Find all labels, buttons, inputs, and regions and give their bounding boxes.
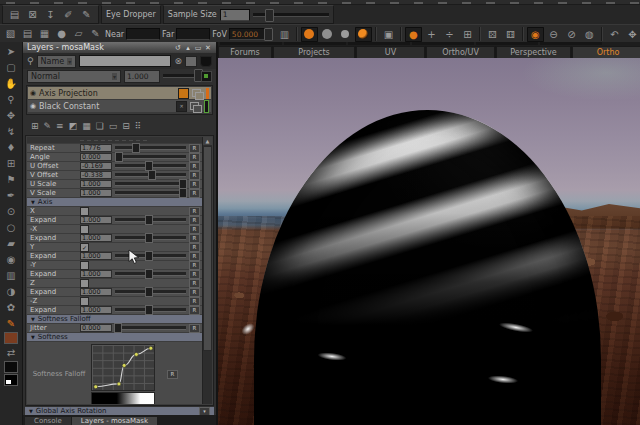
hide-unselected-icon[interactable]: ⊖ xyxy=(545,27,562,42)
panel-tab-layers-mosamask[interactable]: Layers - mosaMask xyxy=(72,417,157,425)
viewport-tab-ortho[interactable]: Ortho xyxy=(572,46,640,58)
slider-knob[interactable] xyxy=(145,287,153,297)
viewport-tab-perspective[interactable]: Perspective xyxy=(496,46,571,58)
property-slider[interactable] xyxy=(115,326,186,330)
clear-search-icon[interactable]: ⊗ xyxy=(174,56,182,66)
reset-button[interactable]: R xyxy=(189,243,200,252)
property-value-field[interactable]: 1.000 xyxy=(80,180,112,188)
axis-section-header[interactable]: ▼ Axis xyxy=(27,198,202,206)
slider-knob[interactable] xyxy=(145,305,153,315)
reset-button[interactable]: R xyxy=(189,207,200,216)
panel-float-icon[interactable]: ▭ xyxy=(194,44,202,52)
axis-checkbox[interactable] xyxy=(80,207,89,216)
reset-button[interactable]: R xyxy=(189,234,200,243)
property-value-field[interactable]: 1.000 xyxy=(80,252,112,260)
reset-button[interactable]: R xyxy=(189,252,200,261)
reset-button[interactable]: R xyxy=(189,216,200,225)
mirror-xy-icon[interactable]: ⊞ xyxy=(459,27,476,42)
hide-all-icon[interactable]: ⊘ xyxy=(563,27,580,42)
slider-knob[interactable] xyxy=(148,170,156,180)
brush-cursor-icon[interactable]: ✎ xyxy=(88,27,103,41)
layer-visibility-icon[interactable]: ◉ xyxy=(30,102,36,110)
sphere-visibility-icon[interactable]: ◍ xyxy=(581,27,598,42)
fg-bg-swatch[interactable] xyxy=(4,374,18,386)
axis-checkbox[interactable]: ✓ xyxy=(80,243,89,252)
viewport-tab-ortho-uv[interactable]: Ortho/UV xyxy=(426,46,495,58)
slider-knob[interactable] xyxy=(114,323,122,333)
panel-close-icon[interactable]: ✕ xyxy=(204,44,212,52)
layer-opacity-field[interactable]: 1.000 xyxy=(124,70,160,83)
scatter-icon[interactable]: ⚄ xyxy=(484,27,501,42)
property-slider[interactable] xyxy=(115,254,186,258)
fov-knob[interactable] xyxy=(264,28,273,41)
lit-shading-button[interactable] xyxy=(355,27,372,42)
reset-button[interactable]: R xyxy=(189,279,200,288)
viewport-tab-forums[interactable]: Forums xyxy=(218,46,272,58)
softness-section-header[interactable]: ▼ Softness xyxy=(27,333,202,341)
flat-shading-button[interactable] xyxy=(319,27,336,42)
property-value-field[interactable]: -0.169 xyxy=(80,162,112,170)
panel-tab-console[interactable]: Console xyxy=(25,417,71,425)
reset-button[interactable]: R xyxy=(189,297,200,306)
properties-scrollbar[interactable]: ▲ xyxy=(202,137,212,404)
stamp-tool[interactable]: ○ xyxy=(3,220,19,235)
property-slider[interactable] xyxy=(115,155,186,159)
scroll-up-icon[interactable]: ▲ xyxy=(203,137,212,145)
reset-button[interactable]: R xyxy=(189,288,200,297)
import-icon[interactable]: ↧ xyxy=(43,8,58,22)
add-mask-icon[interactable]: ▦ xyxy=(82,121,91,131)
pin-tool[interactable]: ✒ xyxy=(3,188,19,203)
property-value-field[interactable]: 1.000 xyxy=(80,270,112,278)
fov-field[interactable]: 50.000 xyxy=(229,28,265,40)
axis-checkbox[interactable] xyxy=(80,225,89,234)
panel-collapse-icon[interactable]: ▴ xyxy=(184,44,192,52)
blur-tool[interactable]: ♦ xyxy=(3,140,19,155)
brush-tip-icon[interactable] xyxy=(200,56,212,67)
show-paintable-icon[interactable]: ◉ xyxy=(527,27,544,42)
checker-display-icon[interactable]: ▦ xyxy=(37,27,52,41)
layer-visibility-icon[interactable]: ◉ xyxy=(30,89,36,97)
lock-indicator[interactable] xyxy=(201,71,212,82)
layer-row[interactable]: ◉Axis Projection xyxy=(28,87,211,99)
3d-canvas[interactable] xyxy=(218,58,640,425)
shaded-display-icon[interactable]: ● xyxy=(54,27,69,41)
eye-dropper-label[interactable]: Eye Dropper xyxy=(106,10,156,19)
property-value-field[interactable]: 0.000 xyxy=(80,324,112,332)
paint-through-icon[interactable]: ▥ xyxy=(276,27,293,42)
dodge-tool[interactable]: ◉ xyxy=(3,252,19,267)
merge-layers-icon[interactable]: ▭ xyxy=(109,121,118,131)
near-field[interactable] xyxy=(126,28,160,40)
slider-knob[interactable] xyxy=(145,215,153,225)
search-input[interactable] xyxy=(79,55,171,67)
property-slider[interactable] xyxy=(115,164,186,168)
layer-opacity-slider[interactable] xyxy=(163,74,198,78)
property-value-field[interactable]: 1.000 xyxy=(80,306,112,314)
axis-checkbox[interactable] xyxy=(80,261,89,270)
layer-link-icon[interactable] xyxy=(192,89,201,97)
property-slider[interactable] xyxy=(115,218,186,222)
property-value-field[interactable]: 1.000 xyxy=(80,234,112,242)
warp-tool[interactable]: ↯ xyxy=(3,124,19,139)
axis-checkbox[interactable] xyxy=(80,297,89,306)
sample-size-knob[interactable] xyxy=(265,9,274,22)
reset-button[interactable]: R xyxy=(189,270,200,279)
property-slider[interactable] xyxy=(115,146,186,150)
pattern-box-icon[interactable]: ▣ xyxy=(380,27,397,42)
property-slider[interactable] xyxy=(115,182,186,186)
reset-button[interactable]: R xyxy=(189,153,200,162)
search-filter-dropdown[interactable]: Name ▾ xyxy=(37,55,77,68)
slider-knob[interactable] xyxy=(145,251,153,261)
sample-size-field[interactable]: 1 xyxy=(220,9,250,21)
add-layer-icon[interactable]: ⊞ xyxy=(31,121,39,131)
duplicate-layer-icon[interactable]: ⊟ xyxy=(122,121,130,131)
reset-button[interactable]: R xyxy=(189,144,200,153)
smudge-tool[interactable]: ◑ xyxy=(3,284,19,299)
sample-size-slider[interactable] xyxy=(253,13,329,17)
annotate-tool[interactable]: ⚑ xyxy=(3,172,19,187)
add-group-icon[interactable]: ❏ xyxy=(96,121,104,131)
property-slider[interactable] xyxy=(115,290,186,294)
mirror-y-icon[interactable]: ÷ xyxy=(441,27,458,42)
reset-button[interactable]: R xyxy=(189,225,200,234)
pan-view-icon[interactable]: ✥ xyxy=(624,27,640,42)
layer-link-icon[interactable] xyxy=(190,102,199,110)
